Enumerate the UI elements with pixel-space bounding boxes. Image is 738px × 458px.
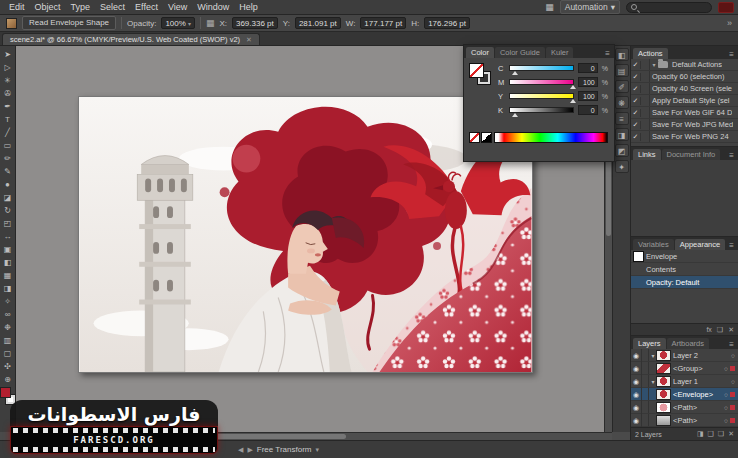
scale-tool[interactable]: ◰: [1, 217, 15, 230]
action-row[interactable]: ✓ Save For Web GIF 64 D: [631, 107, 738, 119]
search-box[interactable]: [626, 2, 712, 13]
action-set-row[interactable]: ✓ ▾ Default Actions: [631, 59, 738, 71]
check-icon[interactable]: ✓: [631, 61, 641, 69]
menu-effect[interactable]: Effect: [130, 2, 163, 12]
layer-row-layer2[interactable]: ◉ ▾ Layer 2 ○: [631, 349, 738, 362]
lock-toggle[interactable]: [642, 375, 649, 387]
tab-color[interactable]: Color: [466, 47, 494, 58]
action-row[interactable]: ✓ Opacity 60 (selection): [631, 71, 738, 83]
gradient-tool[interactable]: ◨: [1, 282, 15, 295]
dialog-toggle[interactable]: [641, 59, 650, 70]
artboard-tool[interactable]: ▢: [1, 347, 15, 360]
read-envelope-shape-button[interactable]: Read Envelope Shape: [22, 16, 116, 30]
line-segment-tool[interactable]: ╱: [1, 126, 15, 139]
magenta-value[interactable]: 100: [578, 77, 597, 87]
blob-brush-tool[interactable]: ●: [1, 178, 15, 191]
menu-view[interactable]: View: [163, 2, 192, 12]
target-icon[interactable]: ○: [731, 378, 735, 385]
check-icon[interactable]: ✓: [631, 109, 641, 117]
eye-icon[interactable]: ◉: [631, 401, 642, 414]
width-tool[interactable]: ↔: [1, 230, 15, 243]
target-icon[interactable]: ○: [724, 391, 728, 398]
target-icon[interactable]: ○: [724, 365, 728, 372]
eye-icon[interactable]: ◉: [631, 414, 642, 427]
appearance-row-envelope[interactable]: Envelope: [631, 250, 738, 263]
tab-links[interactable]: Links: [633, 149, 661, 160]
previous-arrow-icon[interactable]: ◀: [238, 446, 243, 454]
appearance-row-opacity[interactable]: Opacity: Default: [631, 276, 738, 289]
lasso-tool[interactable]: ✇: [1, 87, 15, 100]
symbols-panel-icon[interactable]: ❋: [615, 96, 629, 109]
menu-help[interactable]: Help: [234, 2, 263, 12]
tab-artboards[interactable]: Artboards: [667, 338, 710, 349]
chevron-down-icon[interactable]: ▾: [315, 446, 319, 454]
dialog-toggle[interactable]: [641, 107, 650, 118]
rotate-tool[interactable]: ↻: [1, 204, 15, 217]
none-swatch[interactable]: [470, 133, 479, 142]
action-row[interactable]: ✓ Save For Web JPG Med: [631, 119, 738, 131]
check-icon[interactable]: ✓: [631, 73, 641, 81]
menu-window[interactable]: Window: [192, 2, 234, 12]
graphic-styles-panel-icon[interactable]: ✦: [615, 160, 629, 173]
fill-none-swatch[interactable]: [470, 64, 483, 77]
action-row[interactable]: ✓ Save For Web PNG 24: [631, 131, 738, 143]
panel-menu-icon[interactable]: ≡: [729, 340, 736, 349]
layer-row-envelope[interactable]: ◉ <Envelope> ○: [631, 388, 738, 401]
lock-toggle[interactable]: [642, 362, 649, 374]
new-layer-button[interactable]: ❏: [718, 430, 724, 438]
delete-layer-button[interactable]: ✕: [728, 430, 734, 438]
close-icon[interactable]: ✕: [246, 36, 252, 44]
arrange-documents-icon[interactable]: ▦: [545, 2, 554, 12]
check-icon[interactable]: ✓: [631, 85, 641, 93]
panel-menu-icon[interactable]: ≡: [729, 151, 736, 160]
menu-object[interactable]: Object: [30, 2, 66, 12]
check-icon[interactable]: ✓: [631, 133, 641, 141]
check-icon[interactable]: ✓: [631, 121, 641, 129]
layer-row-path2[interactable]: ◉ <Path> ○: [631, 414, 738, 427]
control-overflow-icon[interactable]: »: [727, 18, 732, 28]
reference-point-icon[interactable]: ▦: [206, 18, 215, 28]
x-field[interactable]: 369.336 pt: [232, 17, 278, 29]
tab-layers[interactable]: Layers: [633, 338, 666, 349]
delete-button[interactable]: ✕: [728, 326, 734, 334]
rectangle-tool[interactable]: ▭: [1, 139, 15, 152]
black-white-swatch[interactable]: [482, 133, 491, 142]
eye-icon[interactable]: ◉: [631, 375, 642, 388]
type-tool[interactable]: T: [1, 113, 15, 126]
gradient-panel-icon[interactable]: ◨: [615, 128, 629, 141]
status-tool-label[interactable]: Free Transform: [257, 445, 312, 454]
brushes-panel-icon[interactable]: ✐: [615, 80, 629, 93]
opacity-field[interactable]: 100% ▾: [161, 17, 194, 29]
eye-icon[interactable]: ◉: [631, 362, 642, 375]
blend-tool[interactable]: ∞: [1, 308, 15, 321]
eraser-tool[interactable]: ◪: [1, 191, 15, 204]
fill-stroke-indicator[interactable]: [470, 64, 490, 84]
tab-color-guide[interactable]: Color Guide: [495, 47, 545, 58]
dialog-toggle[interactable]: [641, 71, 650, 82]
tab-kuler[interactable]: Kuler: [546, 47, 574, 58]
layer-row-layer1[interactable]: ◉ ▾ Layer 1 ○: [631, 375, 738, 388]
column-graph-tool[interactable]: ▥: [1, 334, 15, 347]
action-row[interactable]: ✓ Opacity 40 Screen (sele: [631, 83, 738, 95]
mesh-tool[interactable]: ▦: [1, 269, 15, 282]
black-value[interactable]: 0: [578, 105, 597, 115]
tab-appearance[interactable]: Appearance: [675, 239, 725, 250]
direct-selection-tool[interactable]: ▷: [1, 61, 15, 74]
y-field[interactable]: 281.091 pt: [295, 17, 341, 29]
panel-menu-icon[interactable]: ≡: [729, 241, 736, 250]
dialog-toggle[interactable]: [641, 83, 650, 94]
shape-builder-tool[interactable]: ◧: [1, 256, 15, 269]
document-tab[interactable]: scene2.ai* @ 66.67% (CMYK/Preview/U.S. W…: [2, 33, 260, 45]
check-icon[interactable]: ✓: [631, 97, 641, 105]
new-sublayer-button[interactable]: ❑: [708, 430, 714, 438]
eye-icon[interactable]: ◉: [631, 388, 642, 401]
pen-tool[interactable]: ✒: [1, 100, 15, 113]
free-transform-tool[interactable]: ▣: [1, 243, 15, 256]
panel-menu-icon[interactable]: ≡: [729, 50, 736, 59]
yellow-slider[interactable]: [509, 93, 575, 99]
panel-menu-icon[interactable]: ≡: [605, 49, 612, 58]
tab-document-info[interactable]: Document Info: [662, 149, 721, 160]
appearance-row-contents[interactable]: Contents: [631, 263, 738, 276]
cs-live-button[interactable]: [718, 2, 734, 13]
w-field[interactable]: 177.177 pt: [360, 17, 406, 29]
